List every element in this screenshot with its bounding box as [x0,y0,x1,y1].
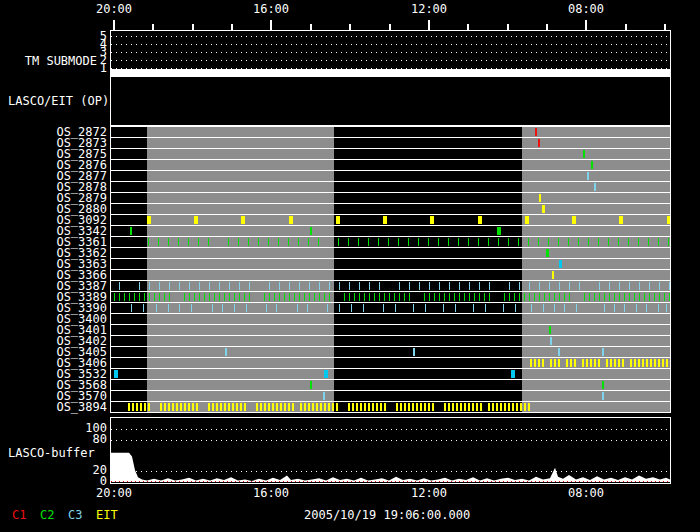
os-row [111,270,670,281]
observing-window-shading [522,127,670,137]
event-tick-c2 [649,293,650,301]
buffer-zero-redline [111,481,670,482]
event-tick-c2 [449,293,450,301]
event-tick-eit [508,403,510,411]
event-tick-c3 [289,282,290,290]
event-tick-c2 [204,293,205,301]
event-tick-c2 [304,293,305,301]
os-timeline-panel [110,126,671,413]
event-tick-c2 [119,293,120,301]
event-tick-c2 [249,293,250,301]
time-label: 12:00 [411,3,447,16]
event-tick-c2 [634,293,635,301]
event-tick-eit [140,403,142,411]
observing-window-shading [147,380,334,390]
event-tick-c3 [239,282,240,290]
observing-window-shading [147,237,334,247]
event-tick-eit [622,359,624,367]
event-tick-c2 [169,293,170,301]
event-tick-c2 [409,293,410,301]
event-tick-eit [552,271,554,279]
event-tick-c3b [559,260,562,268]
observing-window-shading [522,402,670,412]
event-tick-c2 [284,293,285,301]
event-tick-c2 [369,293,370,301]
event-tick-c3 [649,282,650,290]
event-tick-eit [352,403,354,411]
event-tick-c3 [379,282,380,290]
event-tick-c2 [448,238,449,246]
event-tick-c3 [455,304,456,312]
observing-window-shading [522,303,670,313]
event-tick-eit [332,403,334,411]
event-tick-c3 [359,282,360,290]
event-tick-c2 [289,293,290,301]
event-tick-c3 [425,304,426,312]
lasco-eit-op-label: LASCO/EIT (OP) [8,95,109,108]
event-tick-eit [566,359,568,367]
event-tick-c3 [307,304,308,312]
event-tick-c2 [379,293,380,301]
timestamp: 2005/10/19 19:06:00.000 [304,509,470,522]
event-tick-c3 [351,304,352,312]
event-tick-c2 [588,238,589,246]
event-tick-c3 [443,304,444,312]
event-tick-c3 [319,282,320,290]
event-tick-c2 [144,293,145,301]
event-tick-c2 [189,293,190,301]
observing-window-shading [522,259,670,269]
event-tick-eit [525,216,529,224]
event-tick-eit [348,403,350,411]
event-tick-c3 [619,282,620,290]
os-row [111,325,670,336]
observing-window-shading [522,281,670,291]
event-tick-eit [372,403,374,411]
event-tick-c2 [399,293,400,301]
event-tick-c3 [614,304,615,312]
event-tick-c2 [669,293,670,301]
event-tick-c3 [269,282,270,290]
event-tick-eit [606,359,608,367]
observing-window-shading [147,303,334,313]
event-tick-eit [642,359,644,367]
event-tick-c2 [134,293,135,301]
event-tick-c2 [654,293,655,301]
time-label: 12:00 [411,487,447,500]
event-tick-eit [292,403,294,411]
event-tick-c2 [244,293,245,301]
event-tick-c3 [609,282,610,290]
event-tick-c1 [535,128,537,136]
event-tick-eit [380,403,382,411]
event-tick-c2 [418,238,419,246]
event-tick-eit [424,403,426,411]
event-tick-eit [168,403,170,411]
os-row [111,336,670,347]
observing-window-shading [147,127,334,137]
observing-window-shading [147,325,334,335]
event-tick-c3 [339,282,340,290]
event-tick-eit [336,403,338,411]
os-row [111,281,670,292]
event-tick-c2 [484,293,485,301]
event-tick-c2 [664,293,665,301]
observing-window-shading [522,138,670,148]
event-tick-c3 [329,282,330,290]
event-tick-eit [383,216,387,224]
event-tick-eit [180,403,182,411]
observing-window-shading [147,182,334,192]
event-tick-eit [289,216,293,224]
event-tick-eit [324,403,326,411]
tm-submode-panel [110,30,671,76]
event-tick-c2 [439,293,440,301]
time-label: 16:00 [253,3,289,16]
event-tick-eit [384,403,386,411]
event-tick-c2 [389,293,390,301]
event-tick-c2 [454,293,455,301]
event-tick-c2 [564,293,565,301]
event-tick-eit [582,359,584,367]
event-tick-c2 [591,161,593,169]
observing-window-shading [147,347,334,357]
legend-item-c2: C2 [40,509,54,522]
tm-gridline [111,36,670,37]
event-tick-c2 [474,293,475,301]
